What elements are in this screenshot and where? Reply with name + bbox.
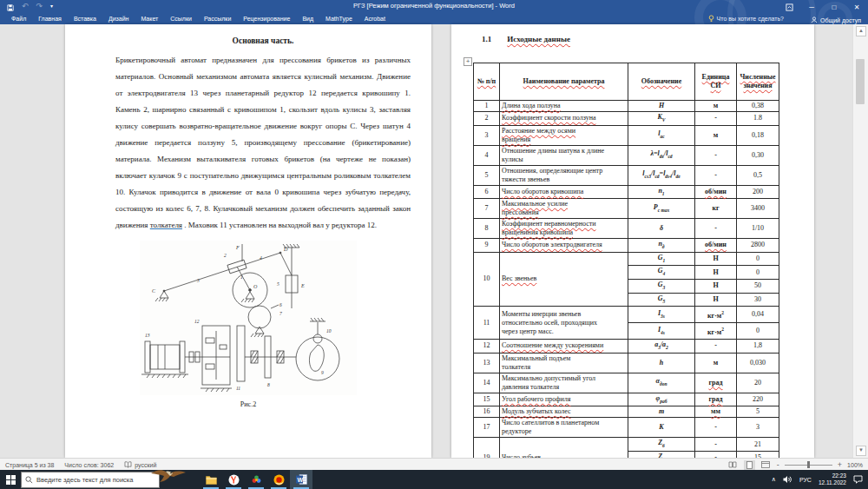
cell-value[interactable]: 21 <box>737 438 779 452</box>
cell-symbol[interactable]: G4 <box>628 266 695 280</box>
cell-unit[interactable]: град <box>695 393 737 406</box>
cell-unit[interactable]: - <box>695 340 737 354</box>
cell-parameter-name[interactable]: Максимальное усилие прессования <box>500 199 628 219</box>
column-header[interactable]: Единица СИ <box>695 63 737 101</box>
cell-unit[interactable]: м <box>695 101 737 112</box>
cell-symbol[interactable]: Z7 <box>628 451 695 458</box>
cell-parameter-name[interactable]: Вес звеньев <box>500 252 628 306</box>
cell-unit[interactable]: кг <box>695 199 737 219</box>
cell-value[interactable]: 5 <box>737 406 779 418</box>
cell-value[interactable]: 50 <box>737 279 779 293</box>
view-read-mode-icon[interactable] <box>727 460 739 470</box>
cell-parameter-name[interactable]: Отношения, определяющие центр тяжести зв… <box>500 165 628 185</box>
status-wordcount[interactable]: Число слов: 3062 <box>59 462 119 468</box>
cell-value[interactable]: 0,5 <box>737 165 779 185</box>
cell-symbol[interactable]: φраб <box>628 393 695 406</box>
scroll-down-icon[interactable]: ▼ <box>856 446 866 456</box>
maximize-button[interactable]: □ <box>823 0 845 14</box>
cell-value[interactable]: 0 <box>737 323 779 340</box>
cell-unit[interactable]: - <box>695 165 737 185</box>
table-move-handle[interactable]: + <box>464 57 472 66</box>
scrollbar-thumb[interactable] <box>856 59 865 104</box>
scroll-up-icon[interactable]: ▲ <box>856 26 866 36</box>
yandex-browser-icon[interactable] <box>222 470 245 489</box>
cell-parameter-name[interactable]: Соотношение между ускорениями <box>500 340 628 354</box>
status-language[interactable]: русский <box>119 461 161 468</box>
cell-value[interactable]: 20 <box>737 373 779 393</box>
cell-value[interactable]: 0,18 <box>737 125 779 145</box>
cell-row-number[interactable]: 17 <box>474 418 500 438</box>
ribbon-tab-6[interactable]: Ссылки <box>164 13 198 24</box>
cell-parameter-name[interactable]: Максимально допустимый угол давления тол… <box>500 373 628 393</box>
redo-icon[interactable]: ↷ <box>36 3 43 10</box>
ribbon-tab-4[interactable]: Дизайн <box>102 13 135 24</box>
cell-row-number[interactable]: 19 <box>474 438 500 458</box>
qat-customize-icon[interactable]: ▾ <box>50 3 53 10</box>
cell-parameter-name[interactable]: Число оборотов электродвигателя <box>500 239 628 253</box>
cell-unit[interactable]: Н <box>695 266 737 280</box>
ribbon-tab-7[interactable]: Рассылки <box>198 13 237 24</box>
cell-value[interactable]: 220 <box>737 393 779 406</box>
cell-unit[interactable]: Н <box>695 293 737 307</box>
zoom-slider-thumb[interactable] <box>807 461 810 468</box>
cell-symbol[interactable]: m <box>628 406 695 418</box>
taskbar-search-input[interactable]: Введите здесь текст для поиска <box>21 472 160 488</box>
cell-symbol[interactable]: KV <box>628 112 695 126</box>
chevron-up-icon[interactable]: ∧ <box>772 476 776 483</box>
word-icon[interactable]: W <box>290 470 312 489</box>
cell-parameter-name[interactable]: Моменты инерции звеньев относительно осе… <box>500 307 628 340</box>
cell-value[interactable]: 30 <box>737 293 779 307</box>
notification-icon[interactable] <box>853 475 863 484</box>
view-web-layout-icon[interactable] <box>760 460 772 470</box>
cell-symbol[interactable]: G1 <box>628 252 695 266</box>
cell-value[interactable]: 0,04 <box>737 307 779 323</box>
cell-symbol[interactable]: Z6 <box>628 438 695 452</box>
cell-unit[interactable]: - <box>695 219 737 239</box>
zoom-out-button[interactable]: - <box>777 461 779 468</box>
cell-symbol[interactable]: G5 <box>628 293 695 307</box>
column-header[interactable]: Наименование параметра <box>500 63 628 101</box>
cell-unit[interactable]: град <box>695 373 737 393</box>
cell-value[interactable]: 15 <box>737 451 779 458</box>
cell-unit[interactable]: - <box>695 145 737 165</box>
cell-row-number[interactable]: 14 <box>474 373 500 393</box>
cell-row-number[interactable]: 11 <box>474 307 500 340</box>
cell-unit[interactable]: - <box>695 451 737 458</box>
column-header[interactable]: № п/п <box>474 63 500 101</box>
cell-value[interactable]: 2800 <box>737 239 779 253</box>
cell-symbol[interactable]: lcs3/lcd=lds4/lde <box>628 165 695 185</box>
cell-parameter-name[interactable]: Коэффициент скорости ползуна <box>500 112 628 126</box>
cell-row-number[interactable]: 16 <box>474 406 500 418</box>
ribbon-display-options-icon[interactable] <box>778 0 800 14</box>
cell-row-number[interactable]: 4 <box>474 145 500 165</box>
cell-value[interactable]: 1.8 <box>737 112 779 126</box>
cell-symbol[interactable]: G3 <box>628 279 695 293</box>
vertical-scrollbar[interactable]: ▲ ▼ <box>852 24 868 458</box>
cell-value[interactable]: 0 <box>737 266 779 280</box>
minimize-button[interactable]: ─ <box>800 0 823 14</box>
cell-row-number[interactable]: 13 <box>474 353 500 373</box>
cell-unit[interactable]: кг·м2 <box>695 307 737 323</box>
cell-parameter-name[interactable]: Расстояние между осями вращения <box>500 125 628 145</box>
file-explorer-icon[interactable] <box>200 470 222 489</box>
view-print-layout-icon[interactable] <box>744 460 755 470</box>
column-header[interactable]: Обозначение <box>628 63 695 101</box>
colorful-app-icon[interactable] <box>245 470 267 489</box>
cell-unit[interactable]: Н <box>695 279 737 293</box>
cell-value[interactable]: 3 <box>737 418 779 438</box>
start-button[interactable] <box>0 470 21 489</box>
cell-row-number[interactable]: 7 <box>474 199 500 219</box>
cell-unit[interactable]: м <box>695 353 737 373</box>
tray-language[interactable]: РУС <box>799 477 812 483</box>
cell-row-number[interactable]: 15 <box>474 393 500 406</box>
cell-value[interactable]: 0,030 <box>737 353 779 373</box>
cell-symbol[interactable]: δ <box>628 219 695 239</box>
ribbon-tab-8[interactable]: Рецензирование <box>237 13 296 24</box>
tellme-button[interactable]: Что вы хотите сделать? <box>702 15 790 23</box>
cell-parameter-name[interactable]: Длина хода ползуна <box>500 101 628 112</box>
body-paragraph[interactable]: Брикетировочный автомат предназначен для… <box>115 52 411 234</box>
cell-value[interactable]: 0 <box>737 252 779 266</box>
cell-symbol[interactable]: lac <box>628 125 695 145</box>
zoom-slider[interactable] <box>785 460 832 469</box>
cell-parameter-name[interactable]: Число сателлитов в планетарном редукторе <box>500 418 628 438</box>
